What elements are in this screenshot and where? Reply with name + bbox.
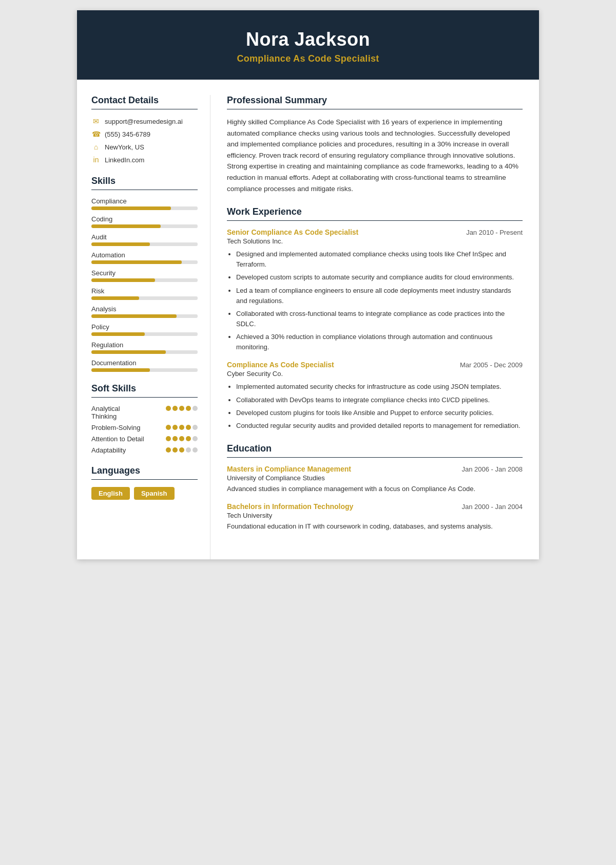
soft-skill-analytical: AnalyticalThinking (91, 405, 198, 420)
soft-skill-attention: Attention to Detail (91, 435, 198, 443)
contact-phone: ☎ (555) 345-6789 (91, 129, 198, 139)
job-2-company: Cyber Security Co. (227, 370, 523, 378)
edu-1: Masters in Compliance Management Jan 200… (227, 465, 523, 494)
job-2-bullet-4: Conducted regular security audits and pr… (236, 421, 523, 431)
skills-title: Skills (91, 176, 198, 186)
lang-spanish: Spanish (134, 487, 175, 500)
education-section: Education Masters in Compliance Manageme… (227, 443, 523, 532)
edu-1-desc: Advanced studies in compliance managemen… (227, 484, 523, 494)
summary-title: Professional Summary (227, 95, 523, 106)
job-1-bullets: Designed and implemented automated compl… (227, 249, 523, 352)
skill-analysis: Analysis (91, 305, 198, 318)
header-section: Nora Jackson Compliance As Code Speciali… (77, 10, 539, 80)
job-2-date: Mar 2005 - Dec 2009 (460, 361, 523, 369)
contact-location: ⌂ NewYork, US (91, 142, 198, 152)
education-title: Education (227, 443, 523, 454)
contact-title: Contact Details (91, 95, 198, 106)
contact-location-text: NewYork, US (105, 143, 144, 151)
skill-risk: Risk (91, 287, 198, 300)
edu-2-desc: Foundational education in IT with course… (227, 521, 523, 532)
soft-skill-problem-solving: Problem-Solving (91, 424, 198, 431)
contact-email-text: support@resumedesign.ai (105, 118, 183, 125)
job-1-date: Jan 2010 - Present (466, 229, 523, 236)
job-1-bullet-5: Achieved a 30% reduction in compliance v… (236, 332, 523, 352)
job-title-header: Compliance As Code Specialist (98, 53, 518, 64)
skills-section: Skills Compliance Coding Audit Automatio… (91, 176, 198, 372)
contact-email: ✉ support@resumedesign.ai (91, 117, 198, 126)
job-1-bullet-2: Developed custom scripts to automate sec… (236, 272, 523, 283)
skill-security: Security (91, 269, 198, 282)
email-icon: ✉ (91, 117, 101, 126)
main-content: Professional Summary Highly skilled Comp… (210, 95, 539, 559)
job-2: Compliance As Code Specialist Mar 2005 -… (227, 361, 523, 431)
job-2-header: Compliance As Code Specialist Mar 2005 -… (227, 361, 523, 369)
job-2-bullets: Implemented automated security checks fo… (227, 382, 523, 431)
edu-2-header: Bachelors in Information Technology Jan … (227, 502, 523, 511)
skill-coding: Coding (91, 215, 198, 228)
sidebar: Contact Details ✉ support@resumedesign.a… (77, 95, 210, 559)
edu-1-header: Masters in Compliance Management Jan 200… (227, 465, 523, 473)
work-divider (227, 220, 523, 221)
soft-skill-adaptability: Adaptability (91, 446, 198, 454)
phone-icon: ☎ (91, 129, 101, 139)
summary-section: Professional Summary Highly skilled Comp… (227, 95, 523, 194)
resume-page: Nora Jackson Compliance As Code Speciali… (77, 10, 539, 559)
job-1-header: Senior Compliance As Code Specialist Jan… (227, 228, 523, 236)
lang-english: English (91, 487, 130, 500)
job-1-company: Tech Solutions Inc. (227, 237, 523, 245)
contact-linkedin: in LinkedIn.com (91, 155, 198, 164)
contact-phone-text: (555) 345-6789 (105, 130, 150, 138)
languages-divider (91, 479, 198, 480)
contact-divider (91, 109, 198, 109)
skills-divider (91, 190, 198, 190)
skill-compliance: Compliance (91, 197, 198, 210)
edu-2-date: Jan 2000 - Jan 2004 (461, 503, 523, 511)
edu-1-school: University of Compliance Studies (227, 474, 523, 482)
skill-regulation: Regulation (91, 341, 198, 354)
job-1-bullet-3: Led a team of compliance engineers to en… (236, 286, 523, 306)
job-2-bullet-2: Collaborated with DevOps teams to integr… (236, 395, 523, 405)
job-2-bullet-1: Implemented automated security checks fo… (236, 382, 523, 392)
job-1-title: Senior Compliance As Code Specialist (227, 228, 358, 236)
edu-2: Bachelors in Information Technology Jan … (227, 502, 523, 532)
contact-section: Contact Details ✉ support@resumedesign.a… (91, 95, 198, 164)
job-1-bullet-1: Designed and implemented automated compl… (236, 249, 523, 270)
job-2-title: Compliance As Code Specialist (227, 361, 334, 369)
edu-1-degree: Masters in Compliance Management (227, 465, 351, 473)
skill-audit: Audit (91, 233, 198, 246)
body-container: Contact Details ✉ support@resumedesign.a… (77, 80, 539, 559)
edu-1-date: Jan 2006 - Jan 2008 (461, 465, 523, 473)
summary-divider (227, 109, 523, 109)
linkedin-icon: in (91, 155, 101, 164)
soft-skills-section: Soft Skills AnalyticalThinking Problem-S… (91, 383, 198, 454)
soft-skills-divider (91, 397, 198, 398)
languages-section: Languages English Spanish (91, 465, 198, 500)
languages-title: Languages (91, 465, 198, 476)
skill-policy: Policy (91, 323, 198, 336)
edu-2-degree: Bachelors in Information Technology (227, 502, 353, 511)
language-tags: English Spanish (91, 487, 198, 500)
location-icon: ⌂ (91, 142, 101, 152)
job-2-bullet-3: Developed custom plugins for tools like … (236, 408, 523, 418)
education-divider (227, 457, 523, 458)
skill-automation: Automation (91, 251, 198, 264)
skill-documentation: Documentation (91, 359, 198, 372)
full-name: Nora Jackson (98, 29, 518, 50)
work-title: Work Experience (227, 206, 523, 217)
soft-skills-title: Soft Skills (91, 383, 198, 394)
job-1: Senior Compliance As Code Specialist Jan… (227, 228, 523, 352)
contact-linkedin-text: LinkedIn.com (105, 156, 144, 164)
job-1-bullet-4: Collaborated with cross-functional teams… (236, 309, 523, 329)
edu-2-school: Tech University (227, 512, 523, 519)
work-section: Work Experience Senior Compliance As Cod… (227, 206, 523, 431)
summary-text: Highly skilled Compliance As Code Specia… (227, 117, 523, 194)
